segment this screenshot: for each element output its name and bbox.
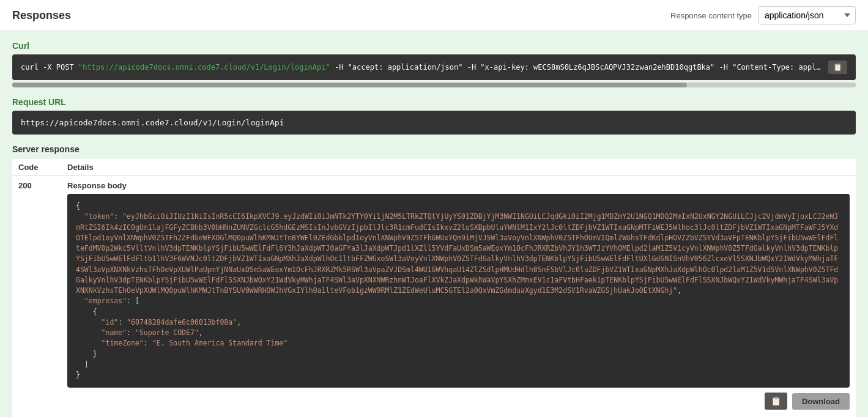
request-url-label: Request URL	[12, 97, 856, 107]
curl-scrollbar-track[interactable]	[12, 83, 856, 87]
response-table: Code Details 200 Response body { "token"…	[12, 159, 856, 417]
request-url-box: https://apicode7docs.omni.code7.cloud/v1…	[12, 111, 856, 135]
curl-label: Curl	[12, 41, 856, 51]
curl-params: -H "accept: application/json" -H "x-api-…	[330, 63, 823, 72]
content-type-select[interactable]: application/json	[758, 6, 856, 24]
response-body-actions: 📋 Download	[67, 393, 850, 410]
download-button[interactable]: Download	[792, 393, 850, 410]
response-code: 200	[12, 176, 61, 418]
curl-copy-button[interactable]: 📋	[828, 61, 847, 74]
code-column-header: Code	[12, 159, 61, 176]
response-details-cell: Response body { "token": "eyJhbGciOiJIUz…	[61, 176, 856, 418]
response-body-pre: { "token": "eyJhbGciOiJIUzI1NiIsInR5cCI6…	[76, 201, 841, 380]
response-body-box: { "token": "eyJhbGciOiJIUzI1NiIsInR5cCI6…	[67, 194, 850, 388]
request-url-section: Request URL https://apicode7docs.omni.co…	[12, 97, 856, 135]
header-bar: Responses Response content type applicat…	[0, 0, 868, 31]
response-content-type-label: Response content type	[670, 11, 752, 20]
curl-text: curl -X POST "https://apicode7docs.omni.…	[21, 63, 823, 72]
server-response-title: Server response	[12, 144, 856, 154]
curl-code-box: curl -X POST "https://apicode7docs.omni.…	[12, 54, 856, 80]
table-row: 200 Response body { "token": "eyJhbGciOi…	[12, 176, 856, 418]
curl-section: Curl curl -X POST "https://apicode7docs.…	[12, 41, 856, 87]
main-content: Curl curl -X POST "https://apicode7docs.…	[0, 31, 868, 417]
details-column-header: Details	[61, 159, 856, 176]
server-response-section: Server response Code Details 200 Respons…	[12, 144, 856, 417]
header-right: Response content type application/json	[670, 6, 856, 24]
response-body-title: Response body	[67, 181, 850, 190]
curl-command: curl -X POST	[21, 63, 78, 72]
curl-url: "https://apicode7docs.omni.code7.cloud/v…	[78, 63, 330, 72]
response-body-copy-button[interactable]: 📋	[765, 393, 787, 410]
curl-scrollbar-thumb	[12, 83, 687, 87]
page-title: Responses	[12, 9, 71, 22]
request-url-value: https://apicode7docs.omni.code7.cloud/v1…	[21, 118, 284, 127]
